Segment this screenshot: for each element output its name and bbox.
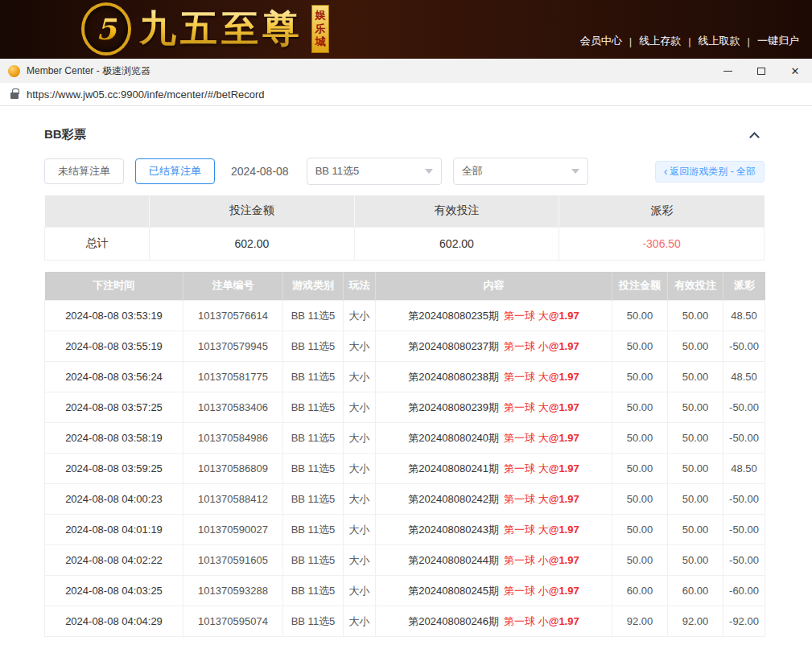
odds-text: @1.97 <box>549 371 579 383</box>
table-row: 2024-08-08 04:03:25 101370593288 BB 11选5… <box>45 576 765 606</box>
header-content: 内容 <box>376 272 612 301</box>
cell-game-type: BB 11选5 <box>283 576 344 606</box>
site-logo[interactable]: 5 九五至尊 娱乐城 <box>84 4 329 54</box>
pick-text: 第一球 小 <box>504 615 549 627</box>
back-to-game-category-button[interactable]: ‹ 返回游戏类别 - 全部 <box>655 161 765 183</box>
summary-total-label: 总计 <box>45 227 150 260</box>
cell-order-id: 101370590027 <box>183 515 283 545</box>
odds-text: @1.97 <box>549 462 579 474</box>
cell-valid-bet: 50.00 <box>668 301 723 331</box>
bet-records-table: 下注时间 注单编号 游戏类别 玩法 内容 投注金额 有效投注 派彩 2024-0… <box>44 272 765 638</box>
period-text: 第202408080243期 <box>408 524 499 536</box>
cell-payout: -60.00 <box>723 576 765 606</box>
window-title: Member Center - 极速浏览器 <box>27 64 150 78</box>
date-picker[interactable]: 2024-08-08 <box>231 165 289 178</box>
table-row: 2024-08-08 03:53:19 101370576614 BB 11选5… <box>45 301 765 331</box>
cell-play-type: 大小 <box>344 301 376 331</box>
cell-content: 第202408080242期第一球 大@1.97 <box>376 484 612 515</box>
pick-text: 第一球 小 <box>504 554 549 566</box>
back-button-label: 返回游戏类别 - 全部 <box>670 165 756 179</box>
cell-game-type: BB 11选5 <box>283 423 344 454</box>
maximize-icon <box>757 68 765 75</box>
panel-header: BB彩票 <box>44 127 765 142</box>
site-banner: 5 九五至尊 娱乐城 会员中心 | 线上存款 | 线上取款 | 一键归户 <box>0 0 812 59</box>
tab-unsettled-bets[interactable]: 未结算注单 <box>44 158 124 184</box>
summary-total-row: 总计 602.00 602.00 -306.50 <box>45 227 765 260</box>
nav-one-key-transfer[interactable]: 一键归户 <box>757 34 799 48</box>
cell-play-type: 大小 <box>344 576 376 606</box>
pick-text: 第一球 大 <box>504 432 549 444</box>
url-text[interactable]: https://www.jw05.cc:9900/infe/mcenter/#/… <box>27 88 265 101</box>
logo-coin-icon: 5 <box>84 6 128 52</box>
cell-valid-bet: 50.00 <box>668 362 723 392</box>
cell-game-type: BB 11选5 <box>283 515 344 545</box>
nav-member-center[interactable]: 会员中心 <box>580 34 622 48</box>
close-button[interactable]: ✕ <box>778 59 812 83</box>
maximize-button[interactable] <box>744 59 778 83</box>
pick-text: 第一球 小 <box>504 340 549 352</box>
nav-online-deposit[interactable]: 线上存款 <box>639 34 681 48</box>
cell-bet-time: 2024-08-08 04:00:23 <box>45 484 183 515</box>
logo-number: 5 <box>96 12 116 46</box>
cell-payout: -50.00 <box>723 545 765 576</box>
pick-text: 第一球 大 <box>504 310 549 322</box>
odds-text: @1.97 <box>549 615 579 627</box>
cell-valid-bet: 50.00 <box>668 331 723 362</box>
window-titlebar: Member Center - 极速浏览器 ✕ <box>0 59 812 83</box>
odds-text: @1.97 <box>549 554 579 566</box>
header-payout: 派彩 <box>723 272 765 301</box>
nav-online-withdraw[interactable]: 线上取款 <box>699 34 740 48</box>
summary-bet-amount: 602.00 <box>150 227 355 260</box>
cell-valid-bet: 50.00 <box>668 392 723 423</box>
filter-bar: 未结算注单 已结算注单 2024-08-08 BB 11选5 全部 ‹ 返回游戏… <box>44 158 765 185</box>
game-type-value: BB 11选5 <box>315 164 360 179</box>
cell-bet-amount: 50.00 <box>612 392 668 423</box>
cell-play-type: 大小 <box>344 362 376 392</box>
period-text: 第202408080242期 <box>408 493 499 505</box>
cell-bet-time: 2024-08-08 04:03:25 <box>45 576 183 606</box>
cell-bet-amount: 50.00 <box>612 484 668 515</box>
cell-bet-amount: 50.00 <box>612 515 668 545</box>
table-row: 2024-08-08 03:57:25 101370583406 BB 11选5… <box>45 392 765 423</box>
cell-content: 第202408080245期第一球 小@1.97 <box>376 576 612 606</box>
pick-text: 第一球 大 <box>504 371 549 383</box>
period-text: 第202408080239期 <box>408 401 499 413</box>
cell-play-type: 大小 <box>344 454 376 484</box>
game-type-select[interactable]: BB 11选5 <box>307 158 442 185</box>
chevron-down-icon <box>425 169 433 174</box>
scope-value: 全部 <box>462 164 483 179</box>
pick-text: 第一球 大 <box>504 493 549 505</box>
summary-header-valid-bet: 有效投注 <box>354 195 559 227</box>
back-arrow-icon: ‹ <box>664 166 668 177</box>
cell-bet-time: 2024-08-08 03:57:25 <box>45 392 183 423</box>
pick-text: 第一球 大 <box>504 462 549 474</box>
cell-play-type: 大小 <box>344 392 376 423</box>
tab-settled-bets[interactable]: 已结算注单 <box>135 158 215 184</box>
cell-game-type: BB 11选5 <box>283 484 344 515</box>
odds-text: @1.97 <box>549 432 579 444</box>
cell-game-type: BB 11选5 <box>283 331 344 362</box>
cell-valid-bet: 60.00 <box>668 576 723 606</box>
nav-separator: | <box>748 35 750 47</box>
cell-play-type: 大小 <box>344 331 376 362</box>
cell-bet-time: 2024-08-08 04:04:29 <box>45 606 183 637</box>
cell-play-type: 大小 <box>344 606 376 637</box>
odds-text: @1.97 <box>549 310 579 322</box>
app-icon <box>8 65 20 77</box>
cell-valid-bet: 92.00 <box>668 606 723 637</box>
header-game-type: 游戏类别 <box>283 272 344 301</box>
cell-bet-time: 2024-08-08 04:01:19 <box>45 515 183 545</box>
minimize-button[interactable] <box>711 59 744 83</box>
collapse-chevron-up-icon[interactable] <box>749 132 760 142</box>
table-row: 2024-08-08 04:01:19 101370590027 BB 11选5… <box>45 515 765 545</box>
header-bet-amount: 投注金额 <box>612 272 668 301</box>
table-row: 2024-08-08 04:04:29 101370595074 BB 11选5… <box>45 606 765 637</box>
cell-game-type: BB 11选5 <box>283 301 344 331</box>
odds-text: @1.97 <box>549 401 579 413</box>
cell-order-id: 101370595074 <box>183 606 283 637</box>
scope-select[interactable]: 全部 <box>453 158 588 185</box>
cell-payout: 48.50 <box>723 301 765 331</box>
cell-content: 第202408080243期第一球 大@1.97 <box>376 515 612 545</box>
table-row: 2024-08-08 03:56:24 101370581775 BB 11选5… <box>45 362 765 392</box>
cell-valid-bet: 50.00 <box>668 423 723 454</box>
